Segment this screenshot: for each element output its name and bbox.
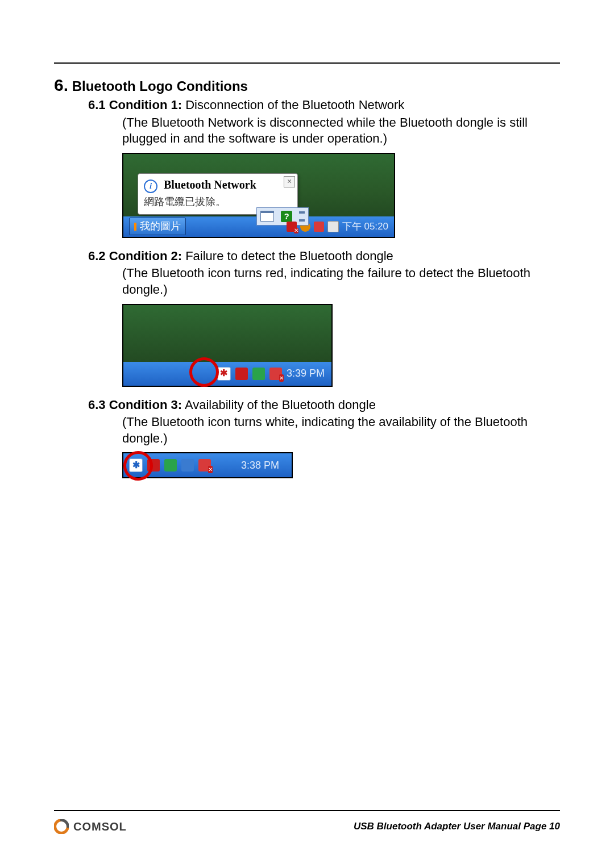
screenshot-3: ✱ 3:38 PM [122,452,293,478]
footer-rule [54,810,560,811]
bluetooth-red-icon[interactable]: ✱ [217,367,231,381]
document-page: 6. Bluetooth Logo Conditions 6.1 Conditi… [0,0,614,868]
balloon-subtext: 網路電纜已拔除。 [144,195,292,208]
tray-icon[interactable] [147,459,160,471]
tray-icon[interactable] [181,459,194,471]
language-bar[interactable]: ? [256,207,309,226]
condition-3-num: 6.3 [88,398,106,412]
close-icon[interactable]: × [284,176,295,187]
balloon-title: Bluetooth Network [164,178,256,191]
brand-logo: COMSOL [54,819,127,834]
desktop-background [123,305,331,362]
taskbar: ✱ 3:39 PM [123,362,331,386]
langbar-handle-icon[interactable] [299,211,305,222]
condition-2-heading: 6.2 Condition 2: Failure to detect the B… [88,248,560,265]
system-tray: ✱ 3:39 PM [217,367,325,381]
condition-1-num: 6.1 [88,98,106,112]
condition-1-body: (The Bluetooth Network is disconnected w… [122,115,560,147]
brand-name: COMSOL [73,820,127,833]
tray-clock: 3:39 PM [287,367,325,380]
info-icon: i [144,180,157,193]
help-icon[interactable]: ? [281,211,292,222]
condition-3-label: Condition 3: [109,398,182,412]
tray-icon[interactable] [198,459,211,471]
keyboard-icon[interactable] [260,211,274,222]
condition-1-label: Condition 1: [109,98,182,112]
screenshot-2: ✱ 3:39 PM [122,304,333,387]
condition-2-body: (The Bluetooth icon turns red, indicatin… [122,265,560,298]
tray-icon[interactable] [235,368,248,380]
taskbar: ✱ 3:38 PM [123,453,292,477]
footer-text: USB Bluetooth Adapter User Manual Page 1… [354,821,560,832]
taskbar-button-pictures[interactable]: 我的圖片 [129,218,186,235]
condition-2-title: Failure to detect the Bluetooth dongle [185,249,393,263]
condition-3-body: (The Bluetooth icon turns white, indicat… [122,414,560,446]
tray-clock: 3:38 PM [241,459,285,472]
condition-2-label: Condition 2: [109,249,182,263]
figure-3: ✱ 3:38 PM [122,452,560,478]
page-footer: COMSOL USB Bluetooth Adapter User Manual… [54,819,560,834]
tray-clock: 下午 05:20 [342,220,388,233]
bluetooth-disconnected-icon[interactable] [287,222,297,232]
tray-icon[interactable] [164,459,177,471]
screenshot-1: i Bluetooth Network × 網路電纜已拔除。 ? 我的圖片 [122,153,395,238]
condition-1-title: Disconnection of the Bluetooth Network [185,98,404,112]
figure-1: i Bluetooth Network × 網路電纜已拔除。 ? 我的圖片 [122,153,560,238]
condition-3-title: Availability of the Bluetooth dongle [185,398,376,412]
condition-3-heading: 6.3 Condition 3: Availability of the Blu… [88,397,560,414]
desktop-background: i Bluetooth Network × 網路電纜已拔除。 ? [123,154,394,216]
tray-icon[interactable] [269,368,282,380]
section-heading: 6. Bluetooth Logo Conditions [54,74,560,96]
tray-icon[interactable] [314,222,324,232]
condition-2-num: 6.2 [88,249,106,263]
section-number: 6. [54,76,68,94]
page-content: 6. Bluetooth Logo Conditions 6.1 Conditi… [54,74,560,478]
section-title: Bluetooth Logo Conditions [72,78,248,94]
bluetooth-white-icon[interactable]: ✱ [129,458,143,472]
taskbar-app-icon [134,223,136,231]
logo-swirl-icon [54,819,69,834]
figure-2: ✱ 3:39 PM [122,304,560,387]
header-rule [54,62,560,64]
condition-1-heading: 6.1 Condition 1: Disconnection of the Bl… [88,97,560,114]
tray-icon[interactable] [252,368,265,380]
taskbar-button-label: 我的圖片 [140,220,181,233]
tray-icon[interactable] [327,221,339,232]
